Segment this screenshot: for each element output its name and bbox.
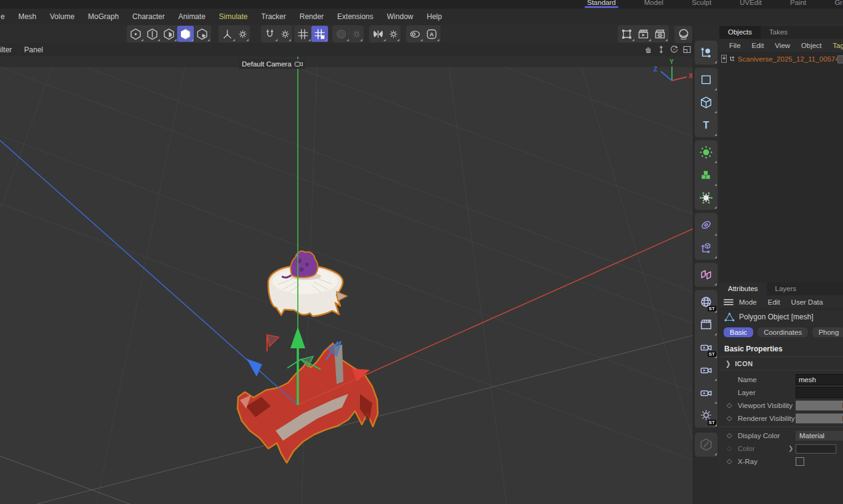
polygons-mode-icon[interactable] (161, 26, 177, 42)
camera-icon[interactable] (695, 359, 717, 382)
section-tab-phong[interactable]: Phong (812, 327, 843, 337)
tab-layers[interactable]: Layers (767, 282, 805, 295)
workplane-icon[interactable] (295, 26, 311, 42)
tweak-mode-icon[interactable] (219, 26, 236, 42)
keyframe-diamond-icon[interactable]: ◇ (727, 401, 738, 409)
text-object-icon[interactable]: T (695, 114, 717, 137)
falloff-icon[interactable] (333, 26, 350, 42)
menu-item-volume[interactable]: Volume (43, 12, 81, 21)
sky-object-icon[interactable]: ST (695, 290, 717, 313)
display-color-dropdown[interactable]: Material (796, 431, 843, 441)
menu-item-mograph[interactable]: MoGraph (81, 12, 126, 21)
camera-st-icon[interactable]: ST (695, 336, 717, 359)
camera-2-icon[interactable] (695, 382, 717, 404)
light-icon[interactable]: ST (695, 404, 717, 427)
keyframe-diamond-icon[interactable]: ◇ (727, 457, 738, 465)
rectangle-spline-icon[interactable] (695, 68, 717, 91)
objects-menu-file[interactable]: File (724, 42, 746, 49)
menu-item-help[interactable]: Help (420, 12, 449, 21)
menu-item-e[interactable]: e (0, 12, 12, 21)
tab-objects[interactable]: Objects (719, 26, 761, 39)
capsule-icon[interactable] (407, 26, 423, 42)
render-view-icon[interactable] (618, 26, 635, 42)
rotate-view-icon[interactable] (668, 44, 680, 55)
texture-mode-icon[interactable] (194, 26, 210, 42)
x-ray-checkbox[interactable] (796, 457, 804, 466)
scanned-cake-object[interactable] (268, 251, 347, 316)
menu-item-animate[interactable]: Animate (172, 12, 212, 21)
null-object-icon[interactable] (695, 41, 717, 64)
chevron-right-icon[interactable]: ❯ (788, 445, 793, 452)
viewport-menu-panel[interactable]: Panel (18, 46, 49, 54)
symmetry-object-icon[interactable] (695, 263, 717, 286)
objects-menu-view[interactable]: View (769, 42, 796, 49)
layout-tab-grou[interactable]: Grou (831, 0, 843, 5)
volume-builder-icon[interactable] (695, 164, 717, 186)
menu-item-render[interactable]: Render (293, 12, 330, 21)
gizmo-z-arrow[interactable] (247, 359, 262, 377)
layout-tab-sculpt[interactable]: Sculpt (688, 0, 715, 5)
gizmo-y-arrow[interactable] (290, 327, 305, 348)
deformer-icon[interactable] (695, 214, 717, 236)
subdivision-surface-icon[interactable] (695, 141, 717, 164)
keyframe-diamond-icon[interactable]: ◇ (727, 431, 738, 439)
field-axis-icon[interactable] (695, 236, 717, 259)
expand-icon[interactable]: + (721, 55, 727, 63)
keyframe-diamond-icon[interactable]: ◇ (727, 444, 738, 452)
material-manager-icon[interactable] (675, 26, 692, 42)
attributes-menu-mode[interactable]: Mode (733, 298, 762, 306)
hamburger-menu-icon[interactable] (724, 299, 733, 305)
objects-menu-edit[interactable]: Edit (746, 42, 770, 49)
name-input[interactable]: mesh (796, 374, 843, 385)
layout-tab-model[interactable]: Model (641, 0, 667, 5)
viewport-visibility-button[interactable]: Default (796, 401, 843, 410)
section-tab-basic[interactable]: Basic (724, 327, 753, 337)
objects-menu-tags[interactable]: Tags (827, 42, 843, 49)
workplane-lock-icon[interactable] (311, 26, 328, 42)
snap-settings-icon[interactable] (278, 26, 292, 42)
points-mode-icon[interactable] (127, 26, 144, 42)
attributes-menu-edit[interactable]: Edit (762, 298, 786, 306)
tab-takes[interactable]: Takes (761, 26, 796, 39)
attributes-menu-user-data[interactable]: User Data (786, 298, 829, 306)
viewport[interactable]: Y Z X Default Camera (0, 57, 693, 504)
renderer-visibility-button[interactable]: Default (796, 414, 843, 423)
objects-menu-object[interactable]: Object (796, 42, 827, 49)
layer-input[interactable] (796, 387, 843, 398)
menu-item-mesh[interactable]: Mesh (12, 12, 43, 21)
menu-item-simulate[interactable]: Simulate (212, 12, 255, 21)
icon-section-toggle[interactable]: ❯ ICON (719, 357, 843, 370)
render-picture-viewer-icon[interactable] (635, 26, 652, 42)
layout-tab-paint[interactable]: Paint (786, 0, 810, 5)
menu-item-extensions[interactable]: Extensions (330, 12, 380, 21)
menu-item-tracker[interactable]: Tracker (255, 12, 293, 21)
stage-object-icon[interactable] (695, 313, 717, 336)
object-tag-icon[interactable] (837, 55, 843, 63)
generator-icon[interactable] (695, 186, 717, 209)
model-mode-icon[interactable] (177, 26, 194, 42)
snap-icon[interactable] (262, 26, 278, 42)
edges-mode-icon[interactable] (144, 26, 161, 42)
viewport-menu-ilter[interactable]: ilter (0, 46, 18, 54)
menu-item-character[interactable]: Character (126, 12, 172, 21)
gizmo-plane-handle-red[interactable] (267, 335, 279, 351)
tweak-settings-icon[interactable] (236, 26, 249, 42)
falloff-settings-icon[interactable] (350, 26, 363, 42)
object-tree-label[interactable]: Scaniverse_2025_12_11_005743 (738, 55, 843, 63)
toggle-layout-icon[interactable] (681, 44, 693, 55)
object-tree-row[interactable]: + Scaniverse_2025_12_11_005743 (719, 53, 843, 65)
menu-item-window[interactable]: Window (380, 12, 420, 21)
symmetry-settings-icon[interactable] (386, 26, 400, 42)
camera-label[interactable]: Default Camera (239, 59, 306, 69)
tab-attributes[interactable]: Attributes (719, 282, 767, 295)
section-tab-coordinates[interactable]: Coordinates (757, 327, 808, 337)
keyframe-diamond-icon[interactable]: ◇ (727, 414, 738, 422)
axis-modifier-icon[interactable]: A (423, 26, 440, 42)
symmetry-icon[interactable] (370, 26, 386, 42)
color-swatch[interactable] (796, 444, 836, 454)
layout-tab-standard[interactable]: Standard (583, 0, 620, 5)
cube-primitive-icon[interactable] (695, 91, 717, 114)
dolly-zoom-icon[interactable] (655, 44, 667, 55)
layout-tab-uvedit[interactable]: UVEdit (736, 0, 765, 5)
render-settings-icon[interactable] (652, 26, 668, 42)
